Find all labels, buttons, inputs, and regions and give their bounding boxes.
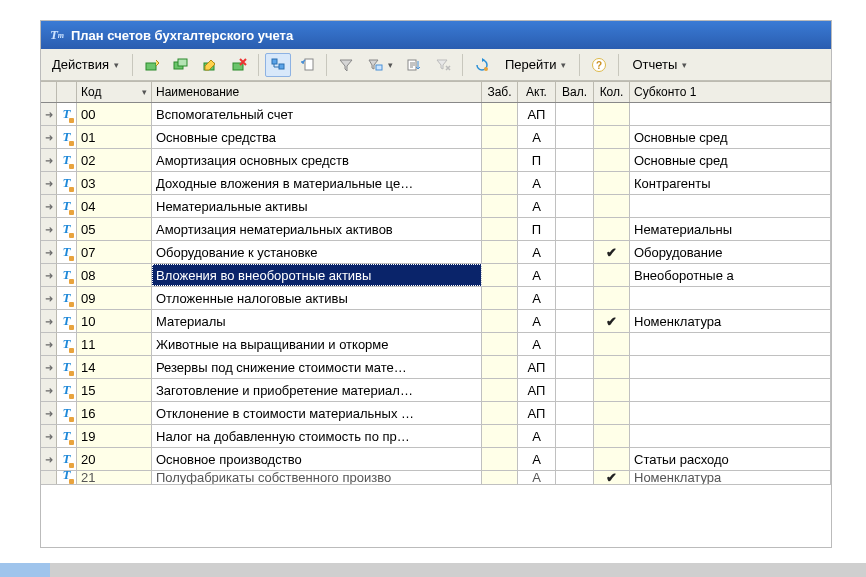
table-row[interactable]: ➜Т07Оборудование к установкеА✔Оборудован…	[41, 241, 831, 264]
cell-val	[556, 218, 594, 240]
svg-rect-7	[305, 59, 313, 70]
filter-button[interactable]	[333, 53, 359, 77]
cell-zab	[482, 287, 518, 309]
refresh-icon	[474, 57, 490, 73]
add-button[interactable]	[139, 53, 165, 77]
col-name[interactable]: Наименование	[152, 81, 482, 102]
cell-sub: Основные сред	[630, 126, 831, 148]
cell-name: Налог на добавленную стоимость по пр…	[152, 425, 482, 447]
table-row[interactable]: ➜Т05Амортизация нематериальных активовПН…	[41, 218, 831, 241]
cell-zab	[482, 149, 518, 171]
svg-text:?: ?	[596, 60, 602, 71]
sort-caret-icon: ▾	[142, 87, 147, 97]
svg-rect-6	[279, 64, 284, 69]
cell-name: Нематериальные активы	[152, 195, 482, 217]
row-marker: ➜	[41, 379, 57, 401]
table-row[interactable]: ➜Т00Вспомогательный счетАП	[41, 103, 831, 126]
col-val[interactable]: Вал.	[556, 81, 594, 102]
hierarchy-button[interactable]	[265, 53, 291, 77]
go-menu[interactable]: Перейти ▾	[498, 53, 574, 77]
cell-akt: АП	[518, 379, 556, 401]
cell-val	[556, 356, 594, 378]
cell-zab	[482, 310, 518, 332]
col-kol[interactable]: Кол.	[594, 81, 630, 102]
row-type-icon: Т	[57, 103, 77, 125]
cell-zab	[482, 126, 518, 148]
col-marker[interactable]	[41, 81, 57, 102]
table-row[interactable]: ➜Т01Основные средстваАОсновные сред	[41, 126, 831, 149]
row-type-icon: Т	[57, 264, 77, 286]
col-sub1[interactable]: Субконто 1	[630, 81, 831, 102]
cell-code: 16	[77, 402, 152, 424]
cell-sub: Оборудование	[630, 241, 831, 263]
cell-sub: Номенклатура	[630, 310, 831, 332]
table-row[interactable]: ➜Т14Резервы под снижение стоимости мате……	[41, 356, 831, 379]
cell-name: Основное производство	[152, 448, 482, 470]
table-row[interactable]: ➜Т09Отложенные налоговые активыА	[41, 287, 831, 310]
cell-code: 14	[77, 356, 152, 378]
separator	[579, 54, 580, 76]
col-akt[interactable]: Акт.	[518, 81, 556, 102]
table-row[interactable]: ➜Т15Заготовление и приобретение материал…	[41, 379, 831, 402]
cell-kol	[594, 103, 630, 125]
table-row[interactable]: ➜Т16Отклонение в стоимости материальных …	[41, 402, 831, 425]
row-marker: ➜	[41, 126, 57, 148]
separator	[326, 54, 327, 76]
cell-akt: А	[518, 126, 556, 148]
cell-name: Отклонение в стоимости материальных …	[152, 402, 482, 424]
cell-val	[556, 264, 594, 286]
clear-filter-button[interactable]	[430, 53, 456, 77]
col-code[interactable]: Код▾	[77, 81, 152, 102]
row-type-icon: Т	[57, 195, 77, 217]
table-row[interactable]: ➜Т03Доходные вложения в материальные це……	[41, 172, 831, 195]
table-row[interactable]: ➜Т04Нематериальные активыА	[41, 195, 831, 218]
table-row[interactable]: ➜Т10МатериалыА✔Номенклатура	[41, 310, 831, 333]
row-type-icon: Т	[57, 172, 77, 194]
col-zab[interactable]: Заб.	[482, 81, 518, 102]
svg-rect-8	[376, 65, 382, 70]
copy-button[interactable]	[168, 53, 194, 77]
table-row[interactable]: Т21Полуфабрикаты собственного произвоА✔Н…	[41, 471, 831, 485]
cell-zab	[482, 356, 518, 378]
filter-by-value-button[interactable]: ▾	[362, 53, 398, 77]
table-row[interactable]: ➜Т19Налог на добавленную стоимость по пр…	[41, 425, 831, 448]
refresh-button[interactable]	[469, 53, 495, 77]
row-type-icon: Т	[57, 126, 77, 148]
delete-icon	[231, 57, 247, 73]
reports-label: Отчеты	[632, 57, 677, 72]
window-icon: Тт	[49, 27, 65, 43]
row-marker: ➜	[41, 287, 57, 309]
find-button[interactable]	[294, 53, 320, 77]
table-row[interactable]: ➜Т02Амортизация основных средствПОсновны…	[41, 149, 831, 172]
cell-name: Амортизация нематериальных активов	[152, 218, 482, 240]
cell-name: Животные на выращивании и откорме	[152, 333, 482, 355]
cell-akt: А	[518, 448, 556, 470]
row-marker: ➜	[41, 103, 57, 125]
row-type-icon: Т	[57, 356, 77, 378]
window-title: План счетов бухгалтерского учета	[71, 28, 293, 43]
cell-kol	[594, 264, 630, 286]
cell-kol	[594, 402, 630, 424]
delete-button[interactable]	[226, 53, 252, 77]
help-button[interactable]: ?	[586, 53, 612, 77]
col-type[interactable]	[57, 81, 77, 102]
actions-menu[interactable]: Действия ▾	[45, 53, 126, 77]
separator	[618, 54, 619, 76]
sort-button[interactable]	[401, 53, 427, 77]
row-type-icon: Т	[57, 287, 77, 309]
table-row[interactable]: ➜Т08Вложения во внеоборотные активыАВнео…	[41, 264, 831, 287]
reports-menu[interactable]: Отчеты ▾	[625, 53, 694, 77]
cell-kol	[594, 448, 630, 470]
cell-zab	[482, 402, 518, 424]
cell-akt: А	[518, 287, 556, 309]
edit-button[interactable]	[197, 53, 223, 77]
cell-kol	[594, 218, 630, 240]
svg-rect-2	[178, 59, 187, 66]
table-row[interactable]: ➜Т11Животные на выращивании и откормеА	[41, 333, 831, 356]
go-label: Перейти	[505, 57, 557, 72]
row-marker: ➜	[41, 149, 57, 171]
cell-sub: Основные сред	[630, 149, 831, 171]
cell-akt: А	[518, 310, 556, 332]
cell-name: Резервы под снижение стоимости мате…	[152, 356, 482, 378]
table-row[interactable]: ➜Т20Основное производствоАСтатьи расходо	[41, 448, 831, 471]
